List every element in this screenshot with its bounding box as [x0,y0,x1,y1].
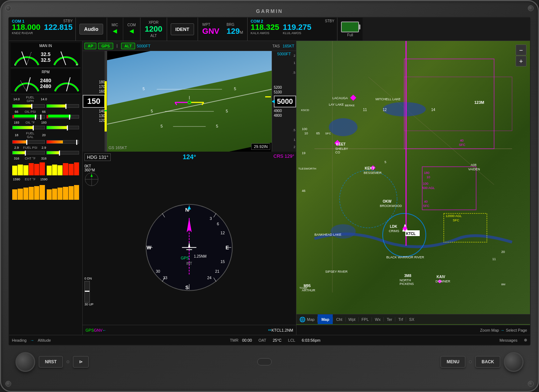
oat-val: 25°C [273,338,282,342]
svg-text:GPS: GPS [181,256,189,260]
fuel-gph-bars [11,104,80,109]
ident-button[interactable]: IDENT [171,23,194,35]
egt-l4 [29,187,34,200]
egt-f-right: 1590 [39,177,49,181]
map-20: 20 [501,250,505,254]
cht-right-bars [47,162,79,175]
com1-active-freq[interactable]: 118.000 [12,23,41,31]
brg-section: BRG 129M [227,23,243,36]
map-11-road: 11 [492,257,496,261]
audio-button[interactable]: Audio [79,24,103,34]
trim-marker [85,291,89,292]
com-label-mic: COM [128,23,136,27]
map-vaiden: VAIDEN [468,167,480,171]
battery-block: Full [337,18,363,41]
svg-point-19 [188,101,191,104]
oil-f-right-fill [47,126,68,129]
fuel-psi-left-fill [13,151,26,154]
map-bwr: BLACK WARRIOR RIVER [386,255,424,259]
alt-button[interactable]: ALT [121,43,135,49]
map-sfc-yellow: SFC [453,218,460,222]
map-8m: 8M [501,283,505,286]
cht-l3 [23,165,28,176]
xpdr-code[interactable]: 1200 [145,24,162,34]
selected-alt: 5000FT [272,52,296,56]
egt-f-left: 1590 [11,177,22,181]
map-sfc4: SFC [423,204,430,208]
zoom-plus-button[interactable]: + [516,56,526,66]
map-100-10: 100 [302,127,307,131]
bluetooth-icon: ⊕ [524,338,527,342]
map-3m8: 3M8 [404,274,411,278]
oil-f-left-marker [33,125,34,130]
direct-button[interactable]: ⊳ [73,356,89,368]
map-500agl: 500 AGL [422,186,435,190]
audio-block: Audio [76,18,107,41]
fuel-gph-left: 14.0 [11,97,22,101]
map-lay-lake: LAY LAKE [329,103,344,106]
led-menu [469,360,472,363]
com1-stby-freq[interactable]: 122.815 [44,23,73,31]
hdg-val: 131° [99,155,109,160]
rpm-left-val: 2480 [40,78,51,83]
cht-r2 [52,165,57,175]
ktcl-label: KTCL [406,232,416,236]
wpt-brg-block: WPT GNV BRG 129M [198,18,248,41]
com-section: COM ◄ [123,18,140,41]
cht-f-label: CHT °F [23,157,37,160]
com2-stby-container: 119.275 KLUL AWOS [283,23,312,35]
tmr-val: 00:00 [242,338,252,342]
wpt-label: WPT [202,23,220,27]
oil-psi-right-fill [48,115,70,117]
map-TOAR: TOAR [299,286,307,290]
xpdr-block: XPDR 1200 ALT [140,18,167,41]
egt-r3 [57,188,63,200]
map-65: 65 [316,132,320,135]
mic-arrow[interactable]: ◄ [111,27,119,35]
fuel-psi-bars [11,151,80,155]
speed-tape-inner: 180 170 160 150 140 130 120 [83,51,107,152]
egt-l1 [12,189,17,200]
cht-r3 [57,165,63,176]
screw-tr [528,5,534,11]
map-zoom-controls: − + [516,45,526,66]
gps-distance: 1.2NM [282,328,293,332]
cht-f-bars [11,162,80,176]
map-shelby: SHELBY [335,147,348,151]
com2-active-freq[interactable]: 118.325 [250,23,279,32]
map-bankhead: BANKHEAD LAKE [314,233,341,236]
fuel-gph-left-fill [13,105,32,107]
oil-psi-label: OIL PSI [23,110,37,114]
oil-psi-left-marker [35,115,36,120]
oil-psi-bars [11,115,80,119]
map-5: 5 [384,160,386,164]
map-lacauga: LACAUGA [332,96,348,100]
com2-stby-freq[interactable]: 119.275 [283,23,312,32]
fuel-psi-right-bar [46,151,79,155]
nrst-button[interactable]: NRST [39,356,63,368]
center-slider-button[interactable] [257,358,272,365]
ap-button[interactable]: AP [84,43,96,49]
map-crims: CRIMS [389,229,399,233]
map-10b: 10 [304,132,308,135]
cht-l1 [12,166,17,175]
com-arrow[interactable]: ◄ [128,27,135,35]
zoom-minus-button[interactable]: − [516,45,526,55]
back-button[interactable]: BACK [475,356,500,368]
screen: COM 1 STBY 118.000 122.815 KNDZ RADAR Au… [8,17,531,346]
airspace-circle-1 [340,170,397,228]
wpt-value: GNV [202,27,220,36]
cht-r1 [47,166,52,175]
menu-button[interactable]: MENU [441,356,465,368]
gps-button[interactable]: GPS [98,43,113,49]
baro-display: 29.92IN [251,143,270,150]
right-outer-knob[interactable] [504,352,524,372]
bottom-bar: NRST ⊳ MENU BACK [8,346,531,378]
svg-text:5: 5 [161,124,163,128]
left-outer-knob[interactable] [15,352,35,372]
messages-label[interactable]: Messages [499,338,517,342]
man-in-right-gauge: R [51,48,80,66]
cht-left-bars [12,162,45,175]
map-46: 46 [302,189,305,193]
mic-label: MIC [111,23,118,27]
